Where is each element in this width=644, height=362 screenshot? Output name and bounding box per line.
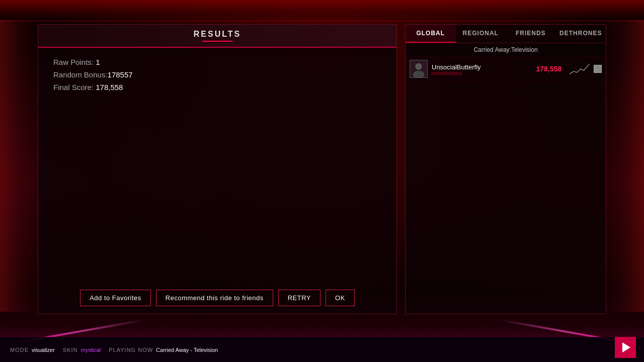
content-area: RESULTS Raw Points: 1 Random Bonus:17855… <box>38 24 606 314</box>
random-bonus-label: Random Bonus: <box>53 70 108 79</box>
play-button[interactable] <box>615 337 636 358</box>
avatar <box>410 60 428 78</box>
mode-label: MODE <box>10 347 29 353</box>
skin-value: mystical <box>81 347 101 353</box>
raw-points-line: Raw Points: 1 <box>53 58 381 66</box>
status-bar: MODE visualizer SKIN mystical PLAYING NO… <box>0 337 644 362</box>
final-score-value: 178,558 <box>96 83 123 92</box>
results-buttons: Add to Favorites Recommend this ride to … <box>38 282 396 314</box>
add-favorites-button[interactable]: Add to Favorites <box>80 290 151 306</box>
user-bar <box>432 72 462 75</box>
svg-point-1 <box>415 63 422 70</box>
play-icon <box>622 342 630 352</box>
user-info: UnsocialButterfly <box>432 63 532 75</box>
random-bonus-line: Random Bonus:178557 <box>53 70 381 79</box>
skin-item: SKIN mystical <box>63 347 101 353</box>
raw-points-value: 1 <box>96 58 100 66</box>
leaderboard-body: UnsocialButterfly 178,558 <box>406 57 606 314</box>
final-score-line: Final Score: 178,558 <box>53 83 381 92</box>
playing-label: PLAYING NOW <box>109 347 153 353</box>
playing-value: Carried Away - Television <box>156 347 218 353</box>
avatar-image <box>410 60 427 77</box>
score-graph <box>570 61 590 76</box>
side-left-decoration <box>0 20 40 312</box>
results-header: RESULTS <box>38 25 396 48</box>
recommend-button[interactable]: Recommend this ride to friends <box>156 290 273 306</box>
raw-points-label: Raw Points: <box>53 58 96 66</box>
retry-button[interactable]: RETRY <box>278 290 320 306</box>
results-title: RESULTS <box>38 30 396 42</box>
tab-regional[interactable]: REGIONAL <box>456 25 506 43</box>
leaderboard-score: 178,558 <box>536 65 561 73</box>
rank-icon <box>594 65 602 73</box>
mode-item: MODE visualizer <box>10 347 55 353</box>
side-right-decoration <box>604 20 644 312</box>
tab-dethrones[interactable]: DETHRONES <box>556 25 606 43</box>
tab-global[interactable]: GLOBAL <box>406 25 456 43</box>
tab-friends[interactable]: FRIENDS <box>506 25 556 43</box>
leaderboard-tabs: GLOBAL REGIONAL FRIENDS DETHRONES <box>406 25 606 43</box>
leaderboard-song-title: Carried Away:Television <box>406 43 606 57</box>
skin-label: SKIN <box>63 347 78 353</box>
results-panel: RESULTS Raw Points: 1 Random Bonus:17855… <box>38 24 397 314</box>
leaderboard-panel: GLOBAL REGIONAL FRIENDS DETHRONES Carrie… <box>405 24 606 314</box>
top-bar <box>0 0 644 21</box>
final-score-label: Final Score: <box>53 83 96 92</box>
playing-item: PLAYING NOW Carried Away - Television <box>109 347 218 353</box>
random-bonus-value: 178557 <box>108 70 133 79</box>
status-left: MODE visualizer SKIN mystical PLAYING NO… <box>10 347 634 353</box>
ok-button[interactable]: OK <box>326 290 355 306</box>
results-body: Raw Points: 1 Random Bonus:178557 Final … <box>38 48 396 282</box>
mode-value: visualizer <box>32 347 55 353</box>
leaderboard-row: UnsocialButterfly 178,558 <box>406 57 606 81</box>
username: UnsocialButterfly <box>432 63 532 71</box>
